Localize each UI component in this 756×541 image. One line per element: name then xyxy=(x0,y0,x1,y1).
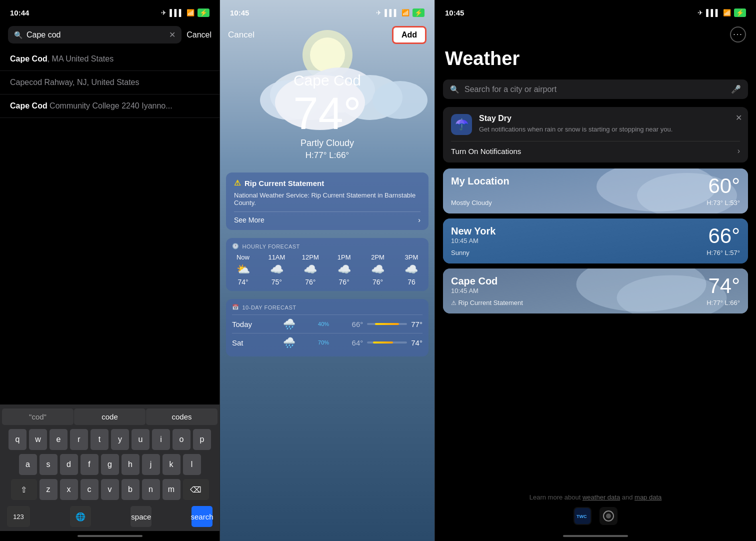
search-result-1[interactable]: Cape Cod, MA United States xyxy=(0,48,220,71)
hourly-temp-now: 74° xyxy=(238,278,248,286)
suggest-cod[interactable]: "cod" xyxy=(2,408,74,425)
home-indicator-3 xyxy=(435,531,756,541)
hourly-icon-12pm: ☁️ xyxy=(304,263,317,276)
location-icon-3: ✈ xyxy=(698,9,703,16)
stay-dry-body: Get notifications when rain or snow is s… xyxy=(479,125,672,134)
add-button[interactable]: Add xyxy=(392,26,426,44)
new-york-name: New York xyxy=(451,226,496,237)
keyboard: "cod" code codes q w e r t y u i o p a s… xyxy=(0,404,220,531)
tenday-today-icon: 🌧️ xyxy=(283,318,296,330)
search-result-3[interactable]: Cape Cod Community College 2240 Iyanno..… xyxy=(0,94,220,118)
turn-on-notifications-label: Turn On Notifications xyxy=(451,147,521,156)
search-input-value[interactable]: Cape cod xyxy=(26,30,165,40)
home-bar-3 xyxy=(563,535,628,537)
key-l[interactable]: l xyxy=(183,454,201,475)
cancel-button-2[interactable]: Cancel xyxy=(228,30,254,40)
kbd-row-3: ⇧ z x c v b n m ⌫ xyxy=(2,479,218,500)
mic-icon[interactable]: 🎤 xyxy=(731,84,741,94)
more-options-button[interactable]: ··· xyxy=(730,26,746,42)
key-z[interactable]: z xyxy=(40,479,58,500)
stay-dry-divider xyxy=(451,141,740,142)
key-i[interactable]: i xyxy=(152,429,170,450)
weather-temp: 74° xyxy=(220,91,434,136)
key-d[interactable]: d xyxy=(60,454,78,475)
key-f[interactable]: f xyxy=(80,454,98,475)
key-k[interactable]: k xyxy=(162,454,180,475)
key-g[interactable]: g xyxy=(101,454,119,475)
stay-dry-header: ☂️ Stay Dry Get notifications when rain … xyxy=(451,114,740,135)
warning-icon-cape: ⚠ xyxy=(451,300,456,306)
key-v[interactable]: v xyxy=(101,479,119,500)
key-c[interactable]: c xyxy=(80,479,98,500)
key-j[interactable]: j xyxy=(142,454,160,475)
hourly-item-1pm: 1PM ☁️ 76° xyxy=(333,254,355,286)
location-card-cape-cod[interactable]: Cape Cod 10:45 AM 74° ⚠ Rip Current Stat… xyxy=(443,268,748,314)
my-location-hi-lo: H:73° L:53° xyxy=(706,199,740,206)
rip-header: ⚠ Rip Current Statement xyxy=(234,178,420,188)
key-b[interactable]: b xyxy=(122,479,140,500)
location-card-new-york[interactable]: New York 10:45 AM 66° Sunny H:76° L:57° xyxy=(443,218,748,264)
key-y[interactable]: y xyxy=(111,429,129,450)
tenday-forecast-card: 📅 10-DAY FORECAST Today 🌧️ 40% 66° 77° S… xyxy=(226,299,428,356)
key-space[interactable]: space xyxy=(130,506,152,527)
location-card-my-location[interactable]: My Location 60° Mostly Cloudy H:73° L:53… xyxy=(443,168,748,214)
hourly-icon-3pm: ☁️ xyxy=(404,263,418,276)
battery-icon: ⚡ xyxy=(198,8,210,17)
key-s[interactable]: s xyxy=(40,454,58,475)
search-bar-container: 🔍 Cape cod ✕ Cancel xyxy=(0,22,220,48)
new-york-hi-lo: H:76° L:57° xyxy=(706,249,740,256)
key-e[interactable]: e xyxy=(50,429,68,450)
key-emoji[interactable]: 🌐 xyxy=(70,506,91,527)
stay-dry-action[interactable]: Turn On Notifications › xyxy=(451,146,740,156)
tenday-sat-row: Sat 🌧️ 70% 64° 74° xyxy=(232,333,422,352)
key-h[interactable]: h xyxy=(122,454,140,475)
page-title: Weather xyxy=(435,44,756,78)
hourly-time-now: Now xyxy=(236,254,250,261)
chevron-right-icon-3: › xyxy=(738,146,740,156)
clock-icon: 🕐 xyxy=(232,243,240,250)
weather-list-header: ··· xyxy=(435,22,756,44)
key-p[interactable]: p xyxy=(193,429,211,450)
clear-button[interactable]: ✕ xyxy=(169,30,176,40)
see-more-row[interactable]: See More › xyxy=(234,212,420,224)
key-x[interactable]: x xyxy=(60,479,78,500)
city-search-bar[interactable]: 🔍 Search for a city or airport 🎤 xyxy=(443,80,748,99)
kbd-bottom-row: 123 🌐 space search xyxy=(2,504,218,529)
cape-cod-temp: 74° xyxy=(708,276,740,296)
tenday-today-row: Today 🌧️ 40% 66° 77° xyxy=(232,314,422,333)
umbrella-icon: ☂️ xyxy=(455,118,468,131)
tenday-sat-range: 64° 74° xyxy=(352,338,422,347)
key-q[interactable]: q xyxy=(8,429,26,450)
key-r[interactable]: r xyxy=(70,429,88,450)
stay-dry-close-button[interactable]: ✕ xyxy=(736,113,742,122)
status-time-3: 10:45 xyxy=(445,8,464,17)
cancel-button-1[interactable]: Cancel xyxy=(186,30,212,40)
my-location-top: My Location 60° xyxy=(451,176,740,196)
key-numbers[interactable]: 123 xyxy=(7,506,30,527)
tenday-sat-lo: 64° xyxy=(352,338,364,347)
map-data-link[interactable]: map data xyxy=(634,494,662,501)
tenday-sat-bar xyxy=(367,342,407,344)
hourly-forecast-card: 🕐 HOURLY FORECAST Now ⛅ 74° 11AM ☁️ 75° … xyxy=(226,238,428,291)
key-shift[interactable]: ⇧ xyxy=(11,479,37,500)
key-n[interactable]: n xyxy=(142,479,160,500)
key-a[interactable]: a xyxy=(19,454,37,475)
search-result-2[interactable]: Capecod Rahway, NJ, United States xyxy=(0,71,220,94)
kbd-row-2: a s d f g h j k l xyxy=(2,454,218,475)
key-t[interactable]: t xyxy=(90,429,108,450)
key-u[interactable]: u xyxy=(132,429,150,450)
search-icon: 🔍 xyxy=(14,31,22,39)
suggest-code[interactable]: code xyxy=(74,408,146,425)
key-o[interactable]: o xyxy=(172,429,190,450)
status-bar-2: 10:45 ✈ ▌▌▌ 📶 ⚡ xyxy=(220,0,434,22)
key-m[interactable]: m xyxy=(162,479,180,500)
my-location-name: My Location xyxy=(451,176,510,187)
key-delete[interactable]: ⌫ xyxy=(183,479,209,500)
weather-data-link[interactable]: weather data xyxy=(582,494,620,501)
key-w[interactable]: w xyxy=(29,429,47,450)
tenday-sat-hi: 74° xyxy=(411,338,422,347)
result-text-3: Cape Cod Community College 2240 Iyanno..… xyxy=(10,102,172,110)
search-bar[interactable]: 🔍 Cape cod ✕ xyxy=(8,26,182,44)
suggest-codes[interactable]: codes xyxy=(146,408,218,425)
key-search[interactable]: search xyxy=(192,506,212,527)
